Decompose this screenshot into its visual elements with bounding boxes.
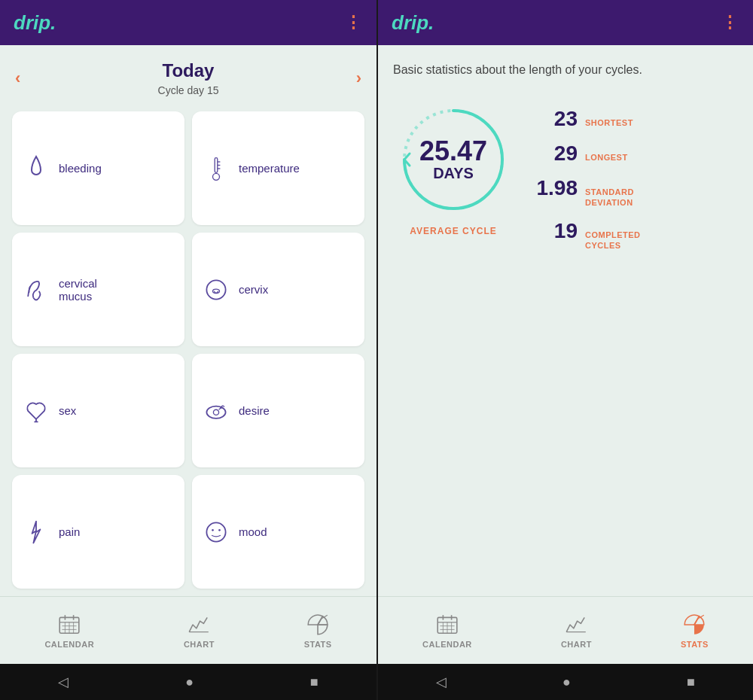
right-nav-calendar-label: CALENDAR (422, 640, 472, 649)
today-title-wrapper: Today Cycle day 15 (158, 60, 219, 96)
right-nav-chart-label: CHART (561, 640, 592, 649)
left-nav-stats[interactable]: STATS (295, 608, 341, 653)
completed-label: COMPLETED CYCLES (585, 230, 641, 251)
completed-value: 19 (536, 219, 578, 243)
stats-content-area: Basic statistics about the length of you… (378, 45, 753, 596)
left-logo: drip. (14, 11, 56, 35)
cycle-days-unit: DAYS (419, 165, 487, 182)
track-card-bleeding[interactable]: bleeding (12, 111, 184, 225)
right-calendar-icon (435, 613, 459, 637)
pain-label: pain (59, 525, 80, 538)
prev-day-button[interactable]: ‹ (15, 68, 20, 88)
bleeding-label: bleeding (59, 162, 102, 175)
cervical-mucus-label: cervical mucus (59, 277, 97, 303)
today-title: Today (163, 60, 215, 81)
stats-panel: Basic statistics about the length of you… (378, 45, 753, 596)
left-nav-calendar[interactable]: CALENDAR (35, 608, 103, 653)
right-stats-icon (682, 613, 706, 637)
left-android-nav: ◁ ● ■ (0, 664, 376, 700)
cervical-mucus-icon (23, 276, 50, 303)
cycle-average-number: 25.47 (419, 138, 487, 165)
right-android-nav: ◁ ● ■ (378, 664, 753, 700)
right-nav-chart[interactable]: CHART (552, 608, 601, 653)
svg-point-6 (213, 289, 220, 293)
track-card-sex[interactable]: sex (12, 354, 184, 467)
longest-value: 29 (536, 142, 578, 166)
right-header: drip. ⋮ (378, 0, 753, 45)
desire-icon (203, 397, 230, 425)
stats-subtitle: Basic statistics about the length of you… (393, 63, 738, 77)
cycle-circle-wrapper: 25.47 DAYS (393, 99, 514, 220)
stat-row-shortest: 23 SHORTEST (536, 107, 641, 131)
recent-button[interactable]: ■ (310, 674, 319, 690)
stat-row-completed: 19 COMPLETED CYCLES (536, 219, 641, 251)
shortest-value: 23 (536, 107, 578, 131)
left-header: drip. ⋮ (0, 0, 376, 45)
shortest-label: SHORTEST (585, 117, 633, 128)
stat-row-deviation: 1.98 STANDARD DEVIATION (536, 176, 641, 208)
svg-point-10 (212, 528, 214, 531)
left-nav-stats-label: STATS (304, 640, 332, 649)
average-cycle-label: AVERAGE CYCLE (410, 226, 496, 236)
track-card-cervical-mucus[interactable]: cervical mucus (12, 233, 184, 346)
track-card-pain[interactable]: pain (12, 475, 184, 589)
track-card-desire[interactable]: desire (192, 354, 364, 467)
bleeding-icon (23, 155, 50, 182)
sex-icon (23, 397, 50, 425)
deviation-value: 1.98 (536, 176, 578, 200)
right-chart-icon (564, 613, 588, 637)
svg-point-11 (218, 528, 221, 531)
cycle-circle-area: 25.47 DAYS AVERAGE CYCLE (393, 99, 514, 236)
right-home-button[interactable]: ● (562, 674, 571, 690)
stats-numbers: 23 SHORTEST 29 LONGEST 1.98 STANDARD DEV… (536, 99, 641, 251)
temperature-icon (203, 155, 230, 182)
desire-label: desire (239, 404, 270, 417)
longest-label: LONGEST (585, 152, 628, 163)
right-screen: drip. ⋮ Basic statistics about the lengt… (376, 0, 753, 700)
cycle-days-text: 25.47 DAYS (419, 138, 487, 182)
right-more-button[interactable]: ⋮ (721, 13, 739, 32)
stat-row-longest: 29 LONGEST (536, 142, 641, 166)
next-day-button[interactable]: › (356, 68, 361, 88)
left-nav-calendar-label: CALENDAR (44, 640, 94, 649)
left-more-button[interactable]: ⋮ (345, 13, 363, 32)
right-recent-button[interactable]: ■ (687, 674, 695, 690)
right-back-button[interactable]: ◁ (436, 674, 447, 690)
cycle-day-label: Cycle day 15 (158, 84, 219, 96)
cervix-icon (203, 276, 230, 303)
right-nav-stats-label: STATS (681, 640, 709, 649)
svg-rect-0 (215, 157, 218, 172)
svg-point-5 (206, 280, 225, 299)
left-nav-chart-label: CHART (184, 640, 215, 649)
right-nav-calendar[interactable]: CALENDAR (413, 608, 481, 653)
back-button[interactable]: ◁ (58, 674, 69, 690)
right-bottom-nav: CALENDAR CHART STATS (378, 596, 753, 664)
left-bottom-nav: CALENDAR CHART STATS (0, 596, 376, 664)
track-card-mood[interactable]: mood (192, 475, 364, 589)
today-header: ‹ Today Cycle day 15 › (0, 45, 376, 104)
track-card-temperature[interactable]: temperature (192, 111, 364, 225)
track-grid: bleeding temperature (0, 104, 376, 596)
stats-icon (306, 613, 330, 637)
left-nav-chart[interactable]: CHART (175, 608, 224, 653)
track-card-cervix[interactable]: cervix (192, 233, 364, 346)
svg-point-8 (213, 409, 218, 415)
sex-label: sex (59, 404, 76, 417)
left-content: ‹ Today Cycle day 15 › bleeding (0, 45, 376, 596)
mood-icon (203, 519, 230, 546)
home-button[interactable]: ● (185, 674, 194, 690)
calendar-icon (57, 613, 81, 637)
chart-icon (187, 613, 211, 637)
stats-visual: 25.47 DAYS AVERAGE CYCLE 23 SHORTEST 29 … (393, 99, 738, 578)
left-screen: drip. ⋮ ‹ Today Cycle day 15 › bleeding (0, 0, 376, 700)
deviation-label: STANDARD DEVIATION (585, 187, 634, 208)
cervix-label: cervix (239, 283, 268, 296)
temperature-label: temperature (239, 162, 300, 175)
right-nav-stats[interactable]: STATS (672, 608, 718, 653)
svg-point-9 (206, 522, 225, 541)
right-logo: drip. (392, 11, 434, 35)
svg-point-1 (213, 173, 220, 180)
mood-label: mood (239, 525, 267, 538)
pain-icon (23, 519, 50, 546)
